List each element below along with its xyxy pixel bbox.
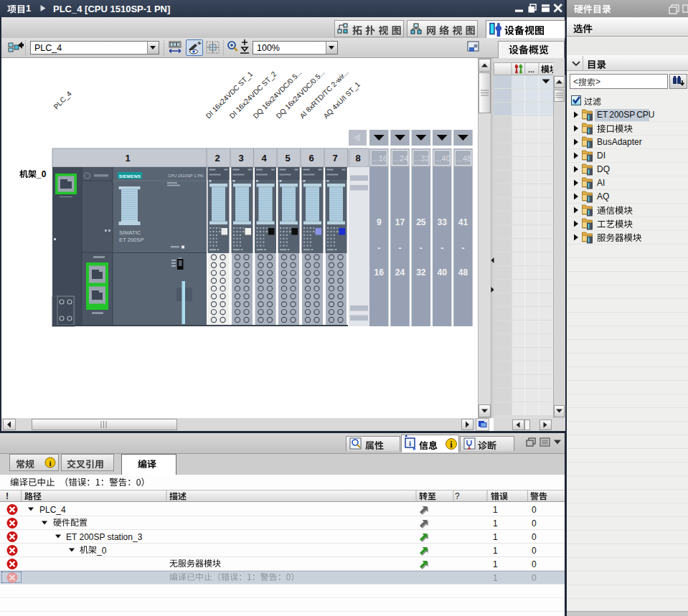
svg-text:32: 32 — [416, 267, 426, 278]
svg-text:-: - — [420, 243, 423, 253]
svg-text:16: 16 — [374, 267, 385, 278]
svg-text:-: - — [440, 243, 443, 253]
svg-text:40: 40 — [437, 267, 447, 278]
svg-text:4: 4 — [261, 153, 267, 164]
svg-text:17: 17 — [395, 217, 405, 227]
svg-text:SIMATIC: SIMATIC — [119, 229, 141, 236]
svg-text:48: 48 — [458, 267, 468, 278]
svg-text:...32: ...32 — [414, 154, 429, 163]
svg-text:CPU 1510SP-1 PN: CPU 1510SP-1 PN — [168, 174, 203, 178]
svg-text:2: 2 — [215, 153, 220, 164]
svg-text:i: i — [49, 459, 51, 468]
svg-text:41: 41 — [458, 217, 468, 227]
svg-text:33: 33 — [437, 217, 447, 227]
svg-text:8: 8 — [355, 153, 360, 164]
svg-text:3: 3 — [238, 153, 243, 164]
svg-text:1: 1 — [125, 153, 130, 164]
svg-text:...16: ...16 — [372, 154, 387, 163]
svg-text:25: 25 — [416, 217, 426, 227]
svg-text:5: 5 — [285, 153, 290, 164]
svg-text:-: - — [377, 243, 380, 253]
svg-text:...24: ...24 — [393, 154, 408, 163]
svg-text:...40: ...40 — [435, 154, 450, 163]
svg-text:9: 9 — [377, 217, 382, 227]
svg-text:...: ... — [528, 65, 534, 74]
svg-text:7: 7 — [332, 153, 337, 164]
svg-text:-: - — [399, 243, 402, 253]
svg-text:24: 24 — [395, 267, 405, 278]
svg-text:ET 200SP: ET 200SP — [119, 237, 143, 243]
svg-text:i: i — [409, 439, 411, 447]
svg-text:...48: ...48 — [456, 154, 471, 163]
svg-text:-: - — [461, 243, 464, 253]
svg-text:SIEMENS: SIEMENS — [119, 174, 141, 179]
svg-text:6: 6 — [308, 153, 314, 164]
